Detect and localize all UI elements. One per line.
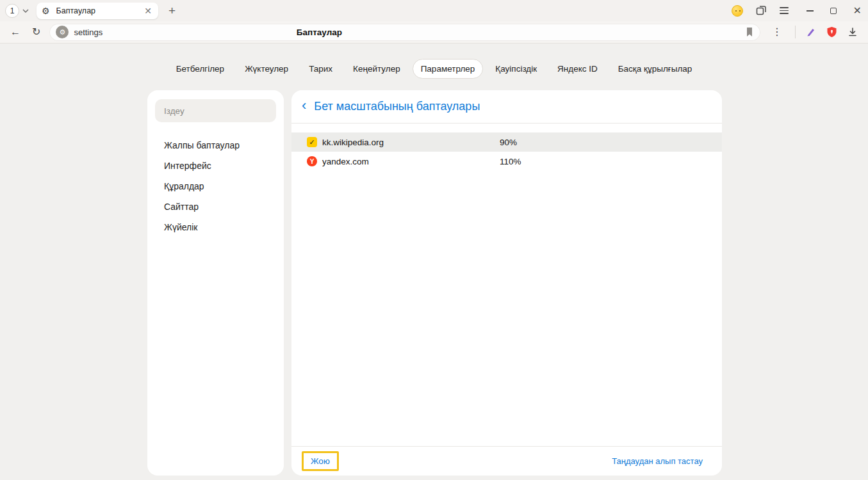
rewards-icon[interactable]: [732, 5, 743, 17]
panel-footer: Жою Таңдаудан алып тастау: [291, 446, 722, 476]
delete-button[interactable]: Жою: [304, 454, 336, 468]
panel-title: Бет масштабының баптаулары: [314, 100, 480, 113]
search-input[interactable]: [155, 99, 276, 122]
tab-strip: 1 ⚙ Баптаулар ✕ + ✕: [0, 0, 868, 21]
new-tab-button[interactable]: +: [166, 4, 178, 17]
checkbox-checked-icon[interactable]: ✓: [307, 137, 317, 147]
zoom-row-wikipedia[interactable]: ✓ kk.wikipedia.org 90%: [291, 132, 722, 152]
page-heading: Баптаулар: [297, 28, 342, 37]
annotation-highlight-box: Жою: [302, 451, 339, 471]
back-icon[interactable]: ←: [8, 27, 23, 37]
settings-sidebar: Жалпы баптаулар Интерфейс Құралдар Сайтт…: [147, 90, 284, 476]
deselect-link[interactable]: Таңдаудан алып тастау: [612, 456, 703, 466]
yandex-favicon-icon[interactable]: Y: [307, 156, 317, 166]
nav-tab-yandex-id[interactable]: Яндекс ID: [549, 59, 606, 79]
sidebar-list: Жалпы баптаулар Интерфейс Құралдар Сайтт…: [155, 135, 276, 237]
protect-shield-icon[interactable]: [826, 26, 837, 38]
toolbar-divider: [795, 26, 796, 38]
settings-nav: Бетбелгілер Жүктеулер Тарих Кеңейтулер П…: [0, 59, 868, 79]
page-zoom-panel: ‹ Бет масштабының баптаулары ✓ kk.wikipe…: [291, 90, 722, 476]
settings-favicon-icon: ⚙: [56, 26, 69, 38]
panel-header: ‹ Бет масштабының баптаулары: [291, 90, 722, 124]
downloads-icon[interactable]: [848, 27, 858, 37]
window-maximize-icon[interactable]: [830, 8, 837, 14]
pen-editor-icon[interactable]: [806, 27, 816, 37]
sidebar-item-tools[interactable]: Құралдар: [155, 176, 276, 196]
site-name: yandex.com: [322, 157, 500, 166]
zoom-site-list: ✓ kk.wikipedia.org 90% Y yandex.com 110%: [291, 124, 722, 446]
sidebar-item-general[interactable]: Жалпы баптаулар: [155, 135, 276, 156]
sidebar-item-sites[interactable]: Сайттар: [155, 196, 276, 217]
url-text[interactable]: settings: [74, 28, 102, 37]
tab-title: Баптаулар: [56, 6, 143, 15]
tab-counter-badge[interactable]: 1: [5, 4, 19, 18]
nav-tab-extensions[interactable]: Кеңейтулер: [345, 59, 409, 79]
bookmark-icon[interactable]: [745, 27, 754, 37]
site-name: kk.wikipedia.org: [322, 138, 500, 147]
browser-tab-settings[interactable]: ⚙ Баптаулар ✕: [37, 3, 158, 19]
nav-tab-downloads[interactable]: Жүктеулер: [236, 59, 297, 79]
address-bar[interactable]: ⚙ settings Баптаулар: [49, 24, 760, 41]
settings-page: Бетбелгілер Жүктеулер Тарих Кеңейтулер П…: [0, 44, 868, 480]
browser-toolbar: ← ↻ ⚙ settings Баптаулар ⋮: [0, 21, 868, 44]
site-zoom-value: 90%: [500, 138, 517, 147]
sidebar-item-interface[interactable]: Интерфейс: [155, 156, 276, 176]
tab-close-icon[interactable]: ✕: [143, 6, 153, 16]
nav-tab-history[interactable]: Тарих: [300, 59, 341, 79]
tabs-panel-icon[interactable]: [756, 5, 767, 16]
sidebar-item-system[interactable]: Жүйелік: [155, 217, 276, 237]
gear-icon: ⚙: [42, 6, 50, 15]
reload-icon[interactable]: ↻: [29, 27, 43, 37]
nav-tab-other-devices[interactable]: Басқа құрылғылар: [610, 59, 701, 79]
window-minimize-icon[interactable]: [807, 10, 814, 12]
window-close-icon[interactable]: ✕: [853, 6, 862, 16]
nav-tab-security[interactable]: Қауіпсіздік: [487, 59, 545, 79]
nav-tab-bookmarks[interactable]: Бетбелгілер: [168, 59, 233, 79]
site-zoom-value: 110%: [500, 157, 521, 166]
back-chevron-icon[interactable]: ‹: [300, 99, 307, 115]
nav-tab-settings[interactable]: Параметрлер: [413, 59, 484, 79]
chevron-down-icon[interactable]: [22, 9, 29, 13]
menu-icon[interactable]: [780, 7, 789, 14]
zoom-row-yandex[interactable]: Y yandex.com 110%: [291, 152, 722, 171]
more-options-icon[interactable]: ⋮: [769, 27, 785, 37]
